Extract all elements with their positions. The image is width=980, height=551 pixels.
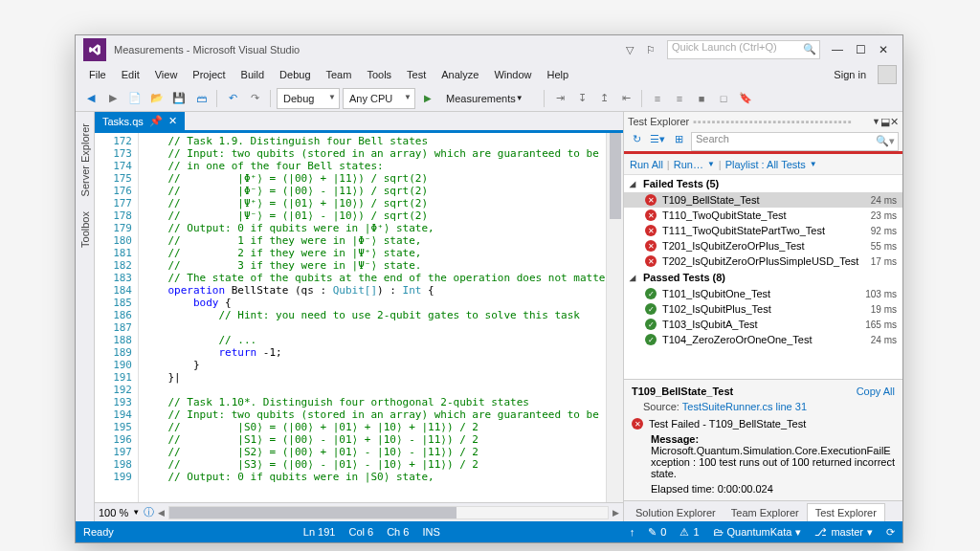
line-number-gutter: 1721731741751761771781791801811821831841… — [95, 133, 139, 502]
bookmark-button[interactable]: 🔖 — [736, 89, 755, 108]
sign-in-link[interactable]: Sign in — [826, 66, 874, 83]
undo-button[interactable]: ↶ — [223, 89, 242, 108]
status-project[interactable]: 🗁 QuantumKata ▾ — [713, 526, 802, 539]
test-list[interactable]: ◢Failed Tests (5)✕T109_BellState_Test24 … — [624, 175, 902, 379]
status-errors[interactable]: ✎ 0 — [648, 526, 666, 539]
quick-launch-input[interactable]: Quick Launch (Ctrl+Q) 🔍 — [667, 40, 820, 59]
test-row[interactable]: ✕T109_BellState_Test24 ms — [624, 192, 902, 208]
run-tests-icon[interactable]: ↻ — [628, 133, 645, 150]
horizontal-scrollbar[interactable] — [168, 506, 609, 519]
close-panel-icon[interactable]: ✕ — [890, 116, 899, 128]
status-line[interactable]: Ln 191 — [303, 526, 336, 538]
open-file-button[interactable]: 📂 — [147, 89, 167, 108]
avatar-icon[interactable] — [878, 65, 897, 84]
scroll-right-icon[interactable]: ▶ — [612, 508, 619, 518]
chevron-down-icon[interactable]: ▼ — [132, 508, 140, 517]
menu-file[interactable]: File — [81, 66, 114, 83]
test-row[interactable]: ✓T102_IsQubitPlus_Test19 ms — [624, 301, 902, 317]
info-icon[interactable]: ⓘ — [144, 505, 154, 519]
menu-project[interactable]: Project — [185, 66, 233, 83]
code-editor[interactable]: 1721731741751761771781791801811821831841… — [95, 133, 623, 502]
code-content[interactable]: // Task 1.9. Distinguish four Bell state… — [139, 133, 606, 502]
menu-view[interactable]: View — [147, 66, 186, 83]
uncomment-button[interactable]: □ — [714, 89, 733, 108]
status-warnings[interactable]: ⚠ 1 — [679, 526, 699, 539]
comment-button[interactable]: ■ — [692, 89, 711, 108]
notification-icon[interactable]: ▽ — [621, 44, 638, 56]
indent-left[interactable]: ≡ — [648, 89, 667, 108]
status-publish[interactable]: ↑ — [630, 526, 635, 538]
scroll-thumb[interactable] — [610, 133, 621, 219]
indent-right[interactable]: ≡ — [670, 89, 689, 108]
solution-explorer-tab[interactable]: Solution Explorer — [628, 504, 724, 521]
status-ch[interactable]: Ch 6 — [387, 526, 409, 538]
step-btn3[interactable]: ↥ — [594, 89, 613, 108]
start-button[interactable]: ▶ — [418, 89, 437, 108]
feedback-icon[interactable]: ⚐ — [642, 44, 659, 56]
run-link[interactable]: Run… — [674, 159, 703, 170]
test-row[interactable]: ✓T104_ZeroZeroOrOneOne_Test24 ms — [624, 332, 902, 347]
test-row[interactable]: ✕T201_IsQubitZeroOrPlus_Test55 ms — [624, 238, 902, 253]
nav-fwd-button[interactable]: ▶ — [103, 89, 122, 108]
status-col[interactable]: Col 6 — [348, 526, 373, 538]
playlist-link[interactable]: Playlist : All Tests — [725, 159, 806, 170]
hscroll-thumb[interactable] — [169, 507, 457, 518]
test-row[interactable]: ✕T111_TwoQubitStatePartTwo_Test92 ms — [624, 223, 902, 238]
menu-test[interactable]: Test — [399, 66, 434, 83]
menu-window[interactable]: Window — [486, 66, 539, 83]
nav-back-button[interactable]: ◀ — [81, 89, 100, 108]
toolbox-tab[interactable]: Toolbox — [78, 204, 93, 255]
save-all-button[interactable]: 🗃 — [191, 89, 211, 108]
step-btn1[interactable]: ⇥ — [550, 89, 569, 108]
status-ins[interactable]: INS — [422, 526, 439, 538]
test-row[interactable]: ✓T103_IsQubitA_Test165 ms — [624, 317, 902, 332]
vertical-scrollbar[interactable] — [606, 133, 623, 502]
copy-all-link[interactable]: Copy All — [857, 386, 895, 397]
pin-icon[interactable]: 📌 — [149, 115, 163, 127]
menu-bar: File Edit View Project Build Debug Team … — [76, 64, 902, 85]
quick-launch-placeholder: Quick Launch (Ctrl+Q) — [672, 41, 777, 53]
zoom-combo[interactable]: 100 % — [99, 507, 128, 518]
save-button[interactable]: 💾 — [169, 89, 189, 108]
elapsed-text: Elapsed time: 0:00:00.024 — [651, 483, 895, 495]
team-explorer-tab[interactable]: Team Explorer — [724, 504, 807, 521]
group-icon[interactable]: ☰▾ — [649, 133, 666, 150]
status-branch[interactable]: ⎇ master ▾ — [814, 526, 873, 539]
server-explorer-tab[interactable]: Server Explorer — [78, 116, 93, 204]
scroll-left-icon[interactable]: ◀ — [158, 508, 165, 518]
test-row[interactable]: ✓T101_IsQubitOne_Test103 ms — [624, 286, 902, 301]
test-explorer-tab[interactable]: Test Explorer — [807, 503, 885, 521]
maximize-button[interactable]: ☐ — [849, 40, 872, 59]
step-btn4[interactable]: ⇤ — [616, 89, 635, 108]
main-toolbar: ◀ ▶ 📄 📂 💾 🗃 ↶ ↷ Debug▼ Any CPU▼ ▶ Measur… — [76, 85, 902, 112]
new-file-button[interactable]: 📄 — [125, 89, 145, 108]
menu-edit[interactable]: Edit — [114, 66, 147, 83]
source-link[interactable]: TestSuiteRunner.cs line 31 — [682, 401, 807, 412]
test-row[interactable]: ✕T202_IsQubitZeroOrPlusSimpleUSD_Test17 … — [624, 253, 902, 269]
menu-help[interactable]: Help — [540, 66, 577, 83]
test-explorer-title: Test Explorer — [628, 116, 689, 127]
left-tool-well: Server Explorer Toolbox — [76, 112, 95, 521]
filter-icon[interactable]: ⊞ — [670, 133, 687, 150]
menu-analyze[interactable]: Analyze — [434, 66, 486, 83]
platform-combo[interactable]: Any CPU▼ — [343, 88, 415, 109]
close-tab-icon[interactable]: ✕ — [168, 115, 177, 127]
status-sync[interactable]: ⟳ — [886, 526, 895, 539]
step-btn2[interactable]: ↧ — [572, 89, 591, 108]
run-all-link[interactable]: Run All — [630, 159, 663, 170]
editor-tab-active[interactable]: Tasks.qs 📌 ✕ — [95, 112, 185, 130]
menu-tools[interactable]: Tools — [359, 66, 399, 83]
minimize-button[interactable]: — — [826, 40, 849, 59]
start-target-combo[interactable]: Measurements ▼ — [440, 88, 538, 109]
menu-debug[interactable]: Debug — [272, 66, 318, 83]
config-combo[interactable]: Debug▼ — [277, 88, 340, 109]
pin-icon[interactable]: ⬓ — [880, 116, 890, 128]
redo-button[interactable]: ↷ — [245, 89, 264, 108]
close-button[interactable]: ✕ — [872, 40, 895, 59]
test-row[interactable]: ✕T110_TwoQubitState_Test23 ms — [624, 208, 902, 223]
menu-team[interactable]: Team — [319, 66, 360, 83]
dropdown-icon[interactable]: ▼ — [872, 117, 880, 126]
message-text: Microsoft.Quantum.Simulation.Core.Execut… — [651, 445, 895, 479]
test-search-input[interactable]: Search 🔍▾ — [691, 132, 899, 151]
menu-build[interactable]: Build — [234, 66, 272, 83]
